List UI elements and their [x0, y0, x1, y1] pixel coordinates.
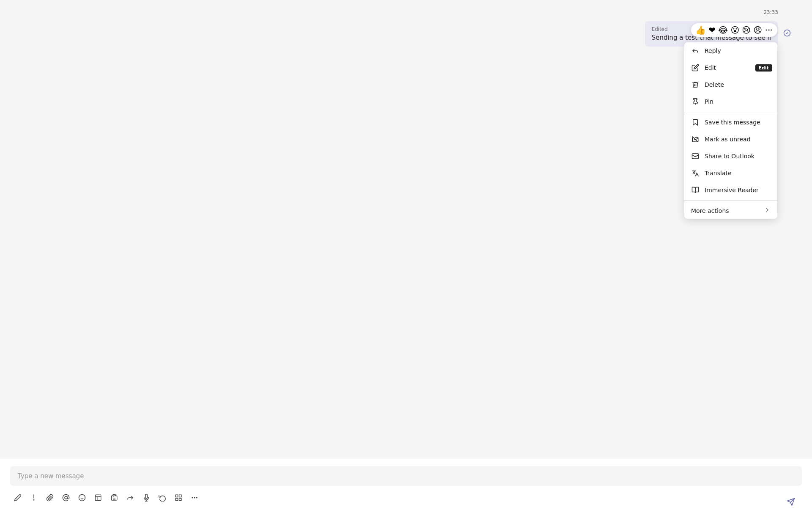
immersive-reader-icon	[691, 186, 700, 194]
reaction-laugh[interactable]: 😂	[718, 26, 728, 34]
reaction-angry[interactable]: 😠	[753, 26, 762, 34]
menu-item-delete-label: Delete	[705, 81, 724, 88]
svg-point-1	[766, 29, 767, 30]
svg-rect-12	[95, 495, 101, 501]
reaction-heart[interactable]: ❤️	[708, 26, 716, 34]
forward-button[interactable]	[123, 490, 138, 505]
emoji-button[interactable]	[74, 490, 90, 505]
compose-area: Type a new message	[0, 459, 812, 518]
menu-item-reply[interactable]: Reply	[684, 42, 777, 59]
menu-item-pin[interactable]: Pin	[684, 93, 777, 110]
reaction-thumbsup[interactable]: 👍	[695, 26, 706, 34]
loop-button[interactable]	[58, 490, 74, 505]
message-time: 23:33	[763, 9, 778, 15]
important-button[interactable]	[26, 490, 41, 505]
menu-item-more-actions-label: More actions	[691, 207, 729, 214]
svg-rect-5	[692, 154, 699, 159]
menu-item-share-outlook-label: Share to Outlook	[705, 153, 754, 160]
menu-item-edit-label: Edit	[705, 64, 716, 71]
menu-item-mark-unread[interactable]: Mark as unread	[684, 131, 777, 148]
edit-badge: Edit	[755, 64, 772, 72]
menu-item-translate[interactable]: Translate	[684, 165, 777, 182]
svg-point-23	[192, 497, 193, 499]
svg-point-8	[65, 496, 67, 499]
svg-rect-19	[176, 495, 178, 497]
pin-icon	[691, 97, 700, 106]
menu-item-pin-label: Pin	[705, 98, 713, 105]
menu-item-edit[interactable]: Edit Edit	[684, 59, 777, 76]
chevron-right-icon	[764, 207, 771, 215]
menu-item-more-actions[interactable]: More actions	[684, 202, 777, 219]
menu-item-delete[interactable]: Delete	[684, 76, 777, 93]
svg-point-24	[194, 497, 195, 499]
reaction-sad[interactable]: 😢	[742, 26, 751, 34]
svg-rect-13	[113, 495, 115, 496]
reaction-wow[interactable]: 😮	[730, 26, 739, 34]
format-button[interactable]	[10, 490, 25, 505]
menu-item-save-label: Save this message	[705, 119, 760, 126]
menu-divider-1	[684, 112, 777, 112]
menu-item-translate-label: Translate	[705, 170, 732, 176]
send-button[interactable]	[783, 494, 798, 510]
reply-icon	[691, 47, 700, 55]
compose-placeholder: Type a new message	[18, 472, 84, 480]
reaction-bar: 👍 ❤️ 😂 😮 😢 😠	[691, 23, 777, 37]
svg-point-7	[33, 500, 34, 501]
menu-item-save[interactable]: Save this message	[684, 114, 777, 131]
email-icon	[691, 152, 700, 160]
schedule-button[interactable]	[107, 490, 122, 505]
replay-button[interactable]	[155, 490, 170, 505]
compose-input-wrapper[interactable]: Type a new message	[10, 466, 802, 486]
sticker-button[interactable]	[91, 490, 106, 505]
toolbar-more-button[interactable]	[187, 490, 202, 505]
mark-unread-icon	[691, 135, 700, 143]
check-circle-icon	[783, 29, 791, 39]
reaction-more-button[interactable]	[765, 26, 773, 34]
menu-item-mark-unread-label: Mark as unread	[705, 136, 751, 143]
compose-toolbar	[10, 490, 802, 505]
context-menu: Reply Edit Edit Delete	[684, 42, 777, 219]
menu-item-reply-label: Reply	[705, 47, 721, 54]
bookmark-icon	[691, 118, 700, 127]
svg-point-25	[196, 497, 198, 499]
svg-rect-20	[179, 495, 181, 497]
apps-button[interactable]	[171, 490, 186, 505]
audio-button[interactable]	[139, 490, 154, 505]
menu-item-immersive-reader-label: Immersive Reader	[705, 187, 759, 193]
attach-button[interactable]	[42, 490, 58, 505]
svg-rect-22	[176, 499, 178, 501]
svg-rect-21	[179, 499, 181, 501]
svg-point-9	[79, 495, 85, 501]
svg-point-3	[771, 29, 772, 30]
svg-point-2	[768, 29, 769, 30]
delete-icon	[691, 80, 700, 89]
edit-icon	[691, 63, 700, 72]
menu-divider-2	[684, 200, 777, 201]
menu-item-share-outlook[interactable]: Share to Outlook	[684, 148, 777, 165]
translate-icon	[691, 169, 700, 177]
menu-item-immersive-reader[interactable]: Immersive Reader	[684, 182, 777, 198]
